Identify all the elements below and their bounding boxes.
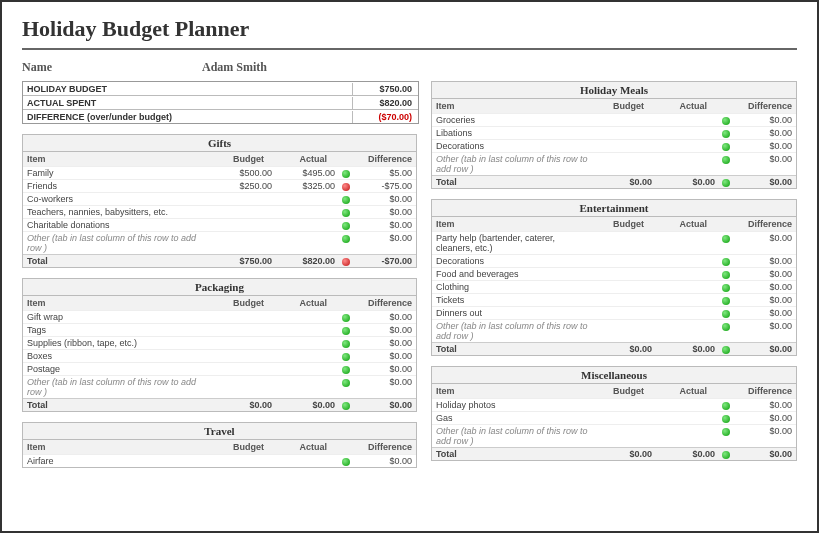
cell-actual[interactable] bbox=[276, 363, 339, 375]
cell-item[interactable]: Clothing bbox=[432, 281, 593, 293]
cell-budget[interactable] bbox=[593, 268, 656, 280]
cell-budget[interactable] bbox=[213, 219, 276, 231]
cell-budget[interactable] bbox=[593, 114, 656, 126]
total-actual: $0.00 bbox=[656, 343, 719, 355]
cell-actual[interactable] bbox=[276, 219, 339, 231]
cell-budget[interactable] bbox=[593, 232, 656, 254]
cell-item[interactable]: Other (tab in last column of this row to… bbox=[23, 232, 213, 254]
cell-actual[interactable] bbox=[276, 376, 339, 398]
cell-item[interactable]: Groceries bbox=[432, 114, 593, 126]
total-actual: $820.00 bbox=[276, 255, 339, 267]
section-header: ItemBudgetActualDifference bbox=[432, 384, 796, 398]
cell-budget[interactable] bbox=[213, 376, 276, 398]
cell-budget[interactable] bbox=[213, 363, 276, 375]
cell-actual[interactable] bbox=[276, 232, 339, 254]
cell-item[interactable]: Decorations bbox=[432, 140, 593, 152]
cell-item[interactable]: Holiday photos bbox=[432, 399, 593, 411]
cell-budget[interactable]: $250.00 bbox=[213, 180, 276, 192]
cell-actual[interactable] bbox=[656, 281, 719, 293]
actual-value[interactable]: $820.00 bbox=[353, 97, 418, 109]
cell-diff: $0.00 bbox=[353, 376, 416, 398]
cell-item[interactable]: Libations bbox=[432, 127, 593, 139]
cell-item[interactable]: Other (tab in last column of this row to… bbox=[432, 320, 593, 342]
total-budget: $0.00 bbox=[593, 176, 656, 188]
cell-budget[interactable] bbox=[213, 232, 276, 254]
cell-actual[interactable] bbox=[276, 337, 339, 349]
cell-item[interactable]: Gift wrap bbox=[23, 311, 213, 323]
cell-budget[interactable] bbox=[213, 337, 276, 349]
cell-budget[interactable] bbox=[593, 153, 656, 175]
cell-actual[interactable] bbox=[656, 140, 719, 152]
cell-actual[interactable] bbox=[656, 320, 719, 342]
col-item: Item bbox=[23, 440, 205, 454]
cell-actual[interactable] bbox=[656, 307, 719, 319]
cell-item[interactable]: Airfare bbox=[23, 455, 213, 467]
status-dot-icon bbox=[339, 311, 353, 323]
cell-item[interactable]: Other (tab in last column of this row to… bbox=[432, 153, 593, 175]
cell-item[interactable]: Family bbox=[23, 167, 213, 179]
cell-item[interactable]: Postage bbox=[23, 363, 213, 375]
cell-budget[interactable] bbox=[593, 320, 656, 342]
cell-item[interactable]: Other (tab in last column of this row to… bbox=[432, 425, 593, 447]
cell-item[interactable]: Friends bbox=[23, 180, 213, 192]
cell-item[interactable]: Co-workers bbox=[23, 193, 213, 205]
diff-label: DIFFERENCE (over/under budget) bbox=[23, 111, 353, 123]
cell-budget[interactable] bbox=[213, 455, 276, 467]
cell-item[interactable]: Charitable donations bbox=[23, 219, 213, 231]
cell-actual[interactable] bbox=[656, 268, 719, 280]
cell-item[interactable]: Teachers, nannies, babysitters, etc. bbox=[23, 206, 213, 218]
cell-actual[interactable] bbox=[276, 324, 339, 336]
cell-actual[interactable]: $495.00 bbox=[276, 167, 339, 179]
cell-budget[interactable] bbox=[593, 399, 656, 411]
cell-item[interactable]: Gas bbox=[432, 412, 593, 424]
col-item: Item bbox=[432, 384, 585, 398]
cell-budget[interactable] bbox=[593, 140, 656, 152]
cell-actual[interactable] bbox=[276, 193, 339, 205]
cell-actual[interactable] bbox=[656, 399, 719, 411]
cell-budget[interactable] bbox=[593, 281, 656, 293]
status-dot-icon bbox=[719, 412, 733, 424]
cell-item[interactable]: Other (tab in last column of this row to… bbox=[23, 376, 213, 398]
status-dot-icon bbox=[339, 324, 353, 336]
cell-item[interactable]: Tickets bbox=[432, 294, 593, 306]
cell-budget[interactable] bbox=[593, 127, 656, 139]
cell-diff: -$75.00 bbox=[353, 180, 416, 192]
cell-item[interactable]: Supplies (ribbon, tape, etc.) bbox=[23, 337, 213, 349]
cell-diff: $0.00 bbox=[733, 153, 796, 175]
cell-actual[interactable] bbox=[276, 311, 339, 323]
cell-budget[interactable] bbox=[213, 324, 276, 336]
cell-actual[interactable] bbox=[656, 127, 719, 139]
cell-item[interactable]: Party help (bartender, caterer, cleaners… bbox=[432, 232, 593, 254]
cell-actual[interactable] bbox=[656, 294, 719, 306]
cell-actual[interactable] bbox=[276, 206, 339, 218]
cell-budget[interactable] bbox=[593, 425, 656, 447]
cell-actual[interactable] bbox=[656, 255, 719, 267]
cell-actual[interactable] bbox=[276, 350, 339, 362]
cell-actual[interactable] bbox=[276, 455, 339, 467]
cell-item[interactable]: Boxes bbox=[23, 350, 213, 362]
cell-actual[interactable] bbox=[656, 153, 719, 175]
cell-item[interactable]: Food and beverages bbox=[432, 268, 593, 280]
cell-budget[interactable] bbox=[213, 350, 276, 362]
cell-item[interactable]: Tags bbox=[23, 324, 213, 336]
name-value[interactable]: Adam Smith bbox=[202, 60, 267, 75]
cell-actual[interactable] bbox=[656, 425, 719, 447]
status-dot-icon bbox=[719, 176, 733, 188]
cell-budget[interactable] bbox=[213, 206, 276, 218]
budget-value[interactable]: $750.00 bbox=[353, 83, 418, 95]
cell-item[interactable]: Decorations bbox=[432, 255, 593, 267]
cell-budget[interactable] bbox=[593, 412, 656, 424]
cell-actual[interactable] bbox=[656, 232, 719, 254]
table-row: Other (tab in last column of this row to… bbox=[432, 319, 796, 342]
cell-budget[interactable] bbox=[593, 255, 656, 267]
total-actual: $0.00 bbox=[656, 176, 719, 188]
cell-budget[interactable] bbox=[213, 193, 276, 205]
cell-budget[interactable]: $500.00 bbox=[213, 167, 276, 179]
cell-budget[interactable] bbox=[593, 294, 656, 306]
cell-budget[interactable] bbox=[213, 311, 276, 323]
cell-item[interactable]: Dinners out bbox=[432, 307, 593, 319]
cell-actual[interactable]: $325.00 bbox=[276, 180, 339, 192]
cell-budget[interactable] bbox=[593, 307, 656, 319]
cell-actual[interactable] bbox=[656, 114, 719, 126]
cell-actual[interactable] bbox=[656, 412, 719, 424]
